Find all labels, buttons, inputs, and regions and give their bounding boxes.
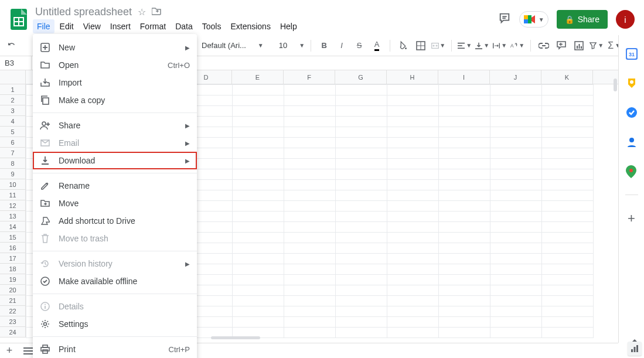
menu-email: Email▶ (33, 134, 197, 152)
document-title[interactable]: Untitled spreadsheet (35, 6, 132, 18)
menu-item-label: Import (59, 78, 82, 87)
row-header[interactable]: 17 (0, 253, 25, 264)
name-box[interactable]: B3 (0, 56, 32, 70)
col-header[interactable]: E (232, 70, 284, 84)
col-header[interactable]: J (490, 70, 541, 84)
row-header[interactable]: 22 (0, 306, 25, 316)
row-header[interactable]: 3 (0, 105, 25, 116)
filter-button[interactable]: ▼ (590, 39, 604, 53)
menu-bar: FileEditViewInsertFormatDataToolsExtensi… (33, 19, 498, 33)
row-header[interactable]: 10 (0, 179, 25, 190)
star-icon[interactable]: ☆ (138, 6, 146, 18)
row-header[interactable]: 9 (0, 169, 25, 179)
menu-item-label: Rename (59, 181, 90, 190)
row-header[interactable]: 12 (0, 200, 25, 211)
merge-button[interactable]: ▼ (431, 39, 445, 53)
vertical-scrollbar[interactable] (614, 79, 617, 91)
menu-rename[interactable]: Rename (33, 177, 197, 195)
svg-rect-56 (636, 345, 638, 352)
row-header[interactable]: 2 (0, 95, 25, 105)
font-size-selector[interactable]: 10▼ (279, 41, 305, 50)
chart-button[interactable] (572, 39, 586, 53)
col-header[interactable]: F (284, 70, 335, 84)
svg-point-40 (44, 323, 47, 326)
menu-insert[interactable]: Insert (106, 19, 135, 33)
menu-print[interactable]: PrintCtrl+P (33, 340, 197, 358)
menu-settings[interactable]: Settings (33, 315, 197, 333)
bold-button[interactable]: B (317, 39, 331, 53)
borders-button[interactable] (414, 39, 428, 53)
row-header[interactable]: 6 (0, 137, 25, 148)
fill-color-button[interactable] (396, 39, 410, 53)
contacts-icon[interactable] (626, 136, 638, 148)
row-header[interactable]: 18 (0, 264, 25, 274)
halign-button[interactable]: ▼ (458, 39, 472, 53)
valign-button[interactable]: ▼ (475, 39, 489, 53)
row-header[interactable]: 24 (0, 327, 25, 337)
text-color-button[interactable]: A (370, 39, 384, 53)
svg-point-32 (42, 122, 46, 125)
menu-new[interactable]: New▶ (33, 39, 197, 56)
menu-help[interactable]: Help (276, 19, 301, 33)
row-header[interactable]: 8 (0, 158, 25, 169)
explore-button[interactable] (628, 342, 642, 356)
add-sheet-button[interactable]: + (0, 345, 19, 357)
col-header[interactable]: H (387, 70, 438, 84)
share-button[interactable]: 🔒 Share (557, 10, 608, 29)
menu-make-a-copy[interactable]: Make a copy (33, 91, 197, 109)
select-all-corner[interactable] (0, 70, 26, 84)
calendar-icon[interactable]: 31 (626, 48, 638, 60)
row-header[interactable]: 16 (0, 243, 25, 253)
font-selector[interactable]: Default (Ari...▼ (202, 41, 264, 50)
col-header[interactable]: K (541, 70, 593, 84)
svg-text:A: A (510, 43, 514, 49)
maps-icon[interactable] (626, 165, 638, 177)
row-header[interactable]: 15 (0, 232, 25, 243)
row-header[interactable]: 20 (0, 285, 25, 295)
row-header[interactable]: 7 (0, 148, 25, 158)
menu-data[interactable]: Data (171, 19, 197, 33)
menu-make-available-offline[interactable]: Make available offline (33, 272, 197, 290)
menu-import[interactable]: Import (33, 74, 197, 91)
account-avatar[interactable]: i (616, 10, 635, 29)
row-header[interactable]: 11 (0, 190, 25, 200)
svg-point-49 (629, 138, 634, 142)
row-header[interactable]: 21 (0, 295, 25, 306)
row-header[interactable]: 14 (0, 221, 25, 232)
row-header[interactable]: 19 (0, 274, 25, 285)
row-header[interactable]: 23 (0, 316, 25, 327)
keep-icon[interactable] (626, 77, 638, 89)
addons-plus-icon[interactable]: + (626, 213, 638, 224)
menu-share[interactable]: Share▶ (33, 117, 197, 134)
wrap-button[interactable]: ▼ (493, 39, 507, 53)
sheets-logo[interactable] (7, 8, 30, 31)
menu-move[interactable]: Move (33, 195, 197, 212)
strike-button[interactable]: S (352, 39, 366, 53)
menu-extensions[interactable]: Extensions (226, 19, 274, 33)
comment-button[interactable] (554, 39, 568, 53)
col-header[interactable]: G (335, 70, 387, 84)
link-button[interactable] (537, 39, 551, 53)
tasks-icon[interactable] (626, 107, 638, 118)
menu-open[interactable]: OpenCtrl+O (33, 56, 197, 74)
horizontal-scrollbar[interactable] (211, 336, 260, 339)
row-header[interactable]: 13 (0, 211, 25, 221)
menu-item-label: Make available offline (59, 277, 137, 286)
row-header[interactable]: 1 (0, 84, 25, 95)
menu-edit[interactable]: Edit (56, 19, 78, 33)
menu-download[interactable]: Download▶ (33, 152, 197, 169)
move-to-icon[interactable] (152, 7, 161, 17)
meet-button[interactable]: ▼ (519, 11, 548, 28)
italic-button[interactable]: I (335, 39, 349, 53)
row-header[interactable]: 4 (0, 116, 25, 127)
menu-tools[interactable]: Tools (198, 19, 226, 33)
row-header[interactable]: 5 (0, 127, 25, 137)
menu-file[interactable]: File (33, 19, 54, 33)
comments-icon[interactable] (498, 12, 511, 28)
undo-button[interactable] (5, 39, 19, 53)
menu-format[interactable]: Format (136, 19, 170, 33)
menu-view[interactable]: View (79, 19, 105, 33)
col-header[interactable]: I (438, 70, 490, 84)
rotate-button[interactable]: A▼ (510, 39, 524, 53)
menu-add-shortcut-to-drive[interactable]: Add shortcut to Drive (33, 212, 197, 230)
